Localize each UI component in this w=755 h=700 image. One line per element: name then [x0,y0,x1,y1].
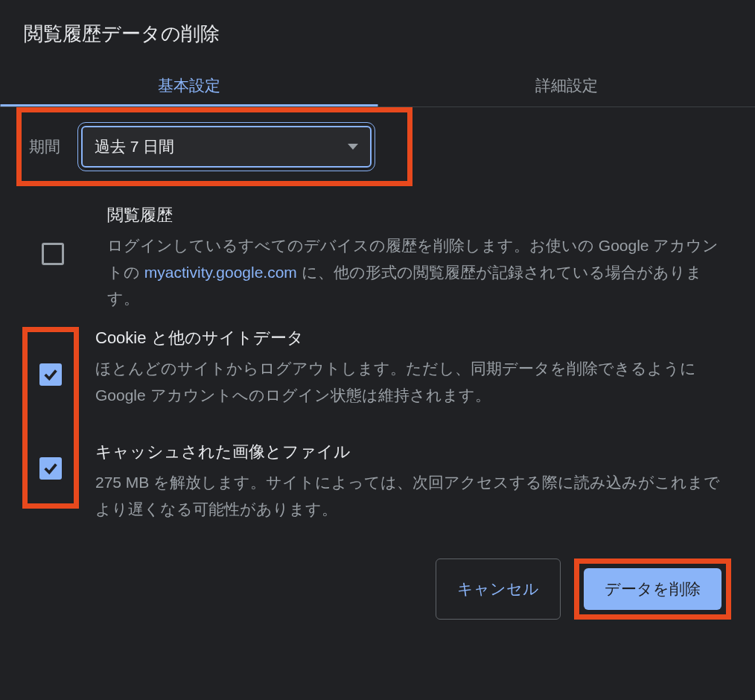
option-title-history: 閲覧履歴 [107,204,731,226]
clear-data-button[interactable]: データを削除 [584,568,721,610]
option-desc-cache: 275 MB を解放します。サイトによっては、次回アクセスする際に読み込みがこれ… [95,469,731,522]
time-range-value: 過去 7 日間 [95,136,174,157]
option-title-cache: キャッシュされた画像とファイル [95,441,731,463]
cancel-button[interactable]: キャンセル [436,559,561,620]
tab-advanced[interactable]: 詳細設定 [378,65,755,106]
dialog-footer: キャンセル データを削除 [0,523,755,643]
options-list: 閲覧履歴 ログインしているすべてのデバイスの履歴を削除します。お使いの Goog… [24,186,731,523]
option-cookies: Cookie と他のサイトデータ ほとんどのサイトからログアウトします。ただし、… [95,327,731,408]
time-range-label: 期間 [29,136,60,157]
tab-basic[interactable]: 基本設定 [0,65,378,106]
option-desc-cookies: ほとんどのサイトからログアウトします。ただし、同期データを削除できるように Go… [95,355,731,408]
option-browsing-history: 閲覧履歴 ログインしているすべてのデバイスの履歴を削除します。お使いの Goog… [24,192,731,327]
myactivity-link[interactable]: myactivity.google.com [144,264,297,281]
checkmark-icon [42,366,59,383]
option-title-cookies: Cookie と他のサイトデータ [95,327,731,349]
chevron-down-icon [348,144,358,150]
confirm-highlight: データを削除 [574,559,731,620]
checkmark-icon [42,460,59,477]
dialog-title: 閲覧履歴データの削除 [0,0,755,65]
options-grouped: Cookie と他のサイトデータ ほとんどのサイトからログアウトします。ただし、… [24,327,731,523]
tabs: 基本設定 詳細設定 [0,65,755,107]
checkbox-browsing-history[interactable] [42,243,64,265]
checkbox-highlight-group [22,327,79,509]
time-range-dropdown[interactable]: 過去 7 日間 [81,126,372,168]
clear-browsing-data-dialog: 閲覧履歴データの削除 基本設定 詳細設定 期間 過去 7 日間 閲覧履歴 ログイ… [0,0,755,643]
checkbox-cache[interactable] [39,457,62,480]
checkbox-cookies[interactable] [39,363,62,386]
option-desc-history: ログインしているすべてのデバイスの履歴を削除します。お使いの Google アカ… [107,232,731,312]
dialog-content: 期間 過去 7 日間 閲覧履歴 ログインしているすべてのデバイスの履歴を削除しま… [0,107,755,523]
option-cache: キャッシュされた画像とファイル 275 MB を解放します。サイトによっては、次… [95,441,731,522]
time-range-highlight: 期間 過去 7 日間 [16,107,412,186]
